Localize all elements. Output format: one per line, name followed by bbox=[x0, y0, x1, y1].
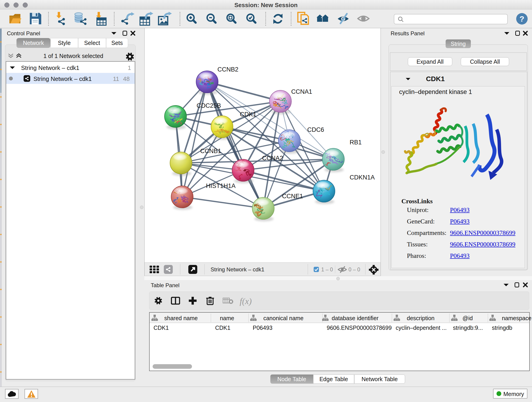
svg-text:HIST1H1A: HIST1H1A bbox=[206, 182, 235, 189]
svg-text:CDK1: CDK1 bbox=[240, 111, 256, 118]
svg-text:CCNA1: CCNA1 bbox=[291, 88, 312, 95]
svg-text:CCNB1: CCNB1 bbox=[200, 148, 221, 154]
svg-text:CCNA2: CCNA2 bbox=[262, 155, 283, 162]
svg-text:CDC25B: CDC25B bbox=[196, 102, 221, 109]
svg-text:CCNE1: CCNE1 bbox=[282, 193, 303, 200]
svg-text:CCNB2: CCNB2 bbox=[217, 66, 239, 73]
svg-text:RB1: RB1 bbox=[350, 139, 362, 146]
svg-text:CDKN1A: CDKN1A bbox=[350, 174, 375, 181]
svg-text:CDC6: CDC6 bbox=[307, 126, 324, 133]
